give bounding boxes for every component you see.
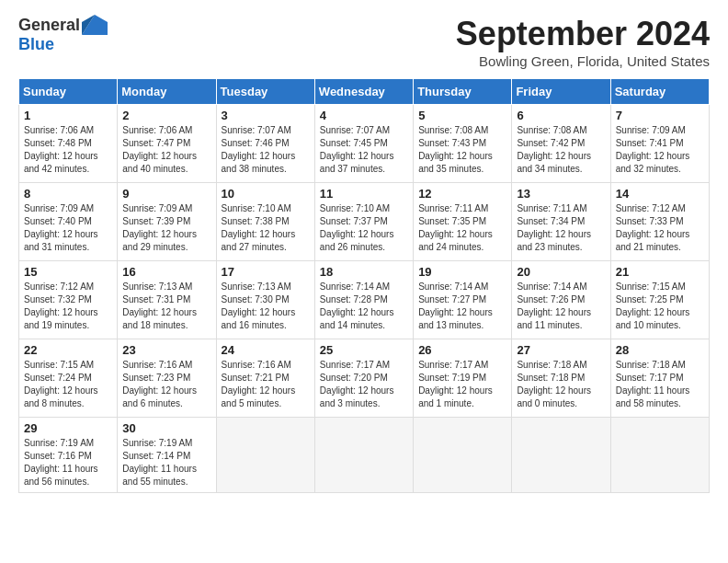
day-info: Sunrise: 7:12 AM Sunset: 7:33 PM Dayligh… (616, 202, 704, 254)
day-number: 11 (320, 187, 408, 201)
day-info: Sunrise: 7:13 AM Sunset: 7:31 PM Dayligh… (122, 281, 210, 332)
day-number: 6 (517, 109, 605, 122)
day-number: 28 (616, 343, 704, 357)
day-info: Sunrise: 7:16 AM Sunset: 7:21 PM Dayligh… (222, 359, 310, 410)
day-number: 17 (222, 265, 310, 279)
day-info: Sunrise: 7:10 AM Sunset: 7:37 PM Dayligh… (320, 202, 408, 254)
day-number: 2 (122, 109, 210, 122)
calendar-header-friday: Friday (512, 79, 610, 105)
day-info: Sunrise: 7:14 AM Sunset: 7:27 PM Dayligh… (418, 281, 506, 332)
day-number: 30 (122, 421, 210, 435)
location-title: Bowling Green, Florida, United States (456, 53, 710, 69)
day-info: Sunrise: 7:17 AM Sunset: 7:19 PM Dayligh… (418, 359, 506, 410)
calendar-day-cell: 16Sunrise: 7:13 AM Sunset: 7:31 PM Dayli… (118, 261, 216, 339)
day-number: 3 (222, 109, 310, 122)
day-info: Sunrise: 7:08 AM Sunset: 7:43 PM Dayligh… (418, 124, 506, 176)
day-number: 13 (517, 187, 605, 201)
day-info: Sunrise: 7:11 AM Sunset: 7:35 PM Dayligh… (418, 202, 506, 254)
day-number: 8 (24, 187, 112, 201)
calendar-header-sunday: Sunday (19, 79, 118, 105)
calendar-day-cell (314, 418, 413, 493)
day-info: Sunrise: 7:17 AM Sunset: 7:20 PM Dayligh… (320, 359, 408, 410)
day-number: 23 (122, 343, 210, 357)
calendar-day-cell: 10Sunrise: 7:10 AM Sunset: 7:38 PM Dayli… (216, 183, 314, 261)
calendar-day-cell (216, 418, 314, 493)
day-number: 22 (24, 343, 112, 357)
day-number: 15 (24, 265, 112, 279)
calendar-day-cell: 20Sunrise: 7:14 AM Sunset: 7:26 PM Dayli… (512, 261, 610, 339)
day-number: 14 (616, 187, 704, 201)
calendar-day-cell: 26Sunrise: 7:17 AM Sunset: 7:19 PM Dayli… (414, 339, 512, 418)
calendar-day-cell: 17Sunrise: 7:13 AM Sunset: 7:30 PM Dayli… (216, 261, 314, 339)
calendar-week-row: 1Sunrise: 7:06 AM Sunset: 7:48 PM Daylig… (19, 105, 710, 183)
calendar-week-row: 22Sunrise: 7:15 AM Sunset: 7:24 PM Dayli… (19, 339, 710, 418)
day-number: 27 (517, 343, 605, 357)
logo: General Blue (18, 15, 108, 54)
calendar-day-cell: 11Sunrise: 7:10 AM Sunset: 7:37 PM Dayli… (314, 183, 413, 261)
day-info: Sunrise: 7:13 AM Sunset: 7:30 PM Dayligh… (222, 281, 310, 332)
calendar-day-cell: 5Sunrise: 7:08 AM Sunset: 7:43 PM Daylig… (414, 105, 512, 183)
day-info: Sunrise: 7:15 AM Sunset: 7:24 PM Dayligh… (24, 359, 112, 410)
day-info: Sunrise: 7:06 AM Sunset: 7:47 PM Dayligh… (122, 124, 210, 176)
day-info: Sunrise: 7:19 AM Sunset: 7:14 PM Dayligh… (122, 437, 210, 488)
calendar-day-cell: 15Sunrise: 7:12 AM Sunset: 7:32 PM Dayli… (19, 261, 118, 339)
logo-icon (82, 15, 108, 35)
calendar-day-cell: 14Sunrise: 7:12 AM Sunset: 7:33 PM Dayli… (610, 183, 709, 261)
calendar-day-cell: 21Sunrise: 7:15 AM Sunset: 7:25 PM Dayli… (610, 261, 709, 339)
month-title: September 2024 (456, 15, 710, 53)
day-info: Sunrise: 7:14 AM Sunset: 7:26 PM Dayligh… (517, 281, 605, 332)
day-number: 21 (616, 265, 704, 279)
day-number: 16 (122, 265, 210, 279)
day-number: 18 (320, 265, 408, 279)
calendar-day-cell: 18Sunrise: 7:14 AM Sunset: 7:28 PM Dayli… (314, 261, 413, 339)
day-info: Sunrise: 7:10 AM Sunset: 7:38 PM Dayligh… (222, 202, 310, 254)
calendar-day-cell: 24Sunrise: 7:16 AM Sunset: 7:21 PM Dayli… (216, 339, 314, 418)
day-info: Sunrise: 7:07 AM Sunset: 7:46 PM Dayligh… (222, 124, 310, 176)
calendar-day-cell: 3Sunrise: 7:07 AM Sunset: 7:46 PM Daylig… (216, 105, 314, 183)
page-header: General Blue September 2024 Bowling Gree… (18, 15, 710, 69)
calendar-week-row: 8Sunrise: 7:09 AM Sunset: 7:40 PM Daylig… (19, 183, 710, 261)
calendar-day-cell: 1Sunrise: 7:06 AM Sunset: 7:48 PM Daylig… (19, 105, 118, 183)
day-info: Sunrise: 7:14 AM Sunset: 7:28 PM Dayligh… (320, 281, 408, 332)
calendar-day-cell: 2Sunrise: 7:06 AM Sunset: 7:47 PM Daylig… (118, 105, 216, 183)
day-info: Sunrise: 7:08 AM Sunset: 7:42 PM Dayligh… (517, 124, 605, 176)
day-number: 4 (320, 109, 408, 122)
calendar-header-monday: Monday (118, 79, 216, 105)
calendar-header-tuesday: Tuesday (216, 79, 314, 105)
calendar-day-cell: 13Sunrise: 7:11 AM Sunset: 7:34 PM Dayli… (512, 183, 610, 261)
calendar-day-cell: 9Sunrise: 7:09 AM Sunset: 7:39 PM Daylig… (118, 183, 216, 261)
calendar-day-cell: 29Sunrise: 7:19 AM Sunset: 7:16 PM Dayli… (19, 418, 118, 493)
calendar-day-cell: 22Sunrise: 7:15 AM Sunset: 7:24 PM Dayli… (19, 339, 118, 418)
calendar-day-cell: 19Sunrise: 7:14 AM Sunset: 7:27 PM Dayli… (414, 261, 512, 339)
calendar-day-cell: 28Sunrise: 7:18 AM Sunset: 7:17 PM Dayli… (610, 339, 709, 418)
day-info: Sunrise: 7:12 AM Sunset: 7:32 PM Dayligh… (24, 281, 112, 332)
day-number: 5 (418, 109, 506, 122)
day-info: Sunrise: 7:07 AM Sunset: 7:45 PM Dayligh… (320, 124, 408, 176)
calendar-day-cell: 6Sunrise: 7:08 AM Sunset: 7:42 PM Daylig… (512, 105, 610, 183)
day-info: Sunrise: 7:19 AM Sunset: 7:16 PM Dayligh… (24, 437, 112, 488)
calendar-day-cell (414, 418, 512, 493)
calendar-day-cell: 7Sunrise: 7:09 AM Sunset: 7:41 PM Daylig… (610, 105, 709, 183)
title-area: September 2024 Bowling Green, Florida, U… (456, 15, 710, 69)
day-info: Sunrise: 7:09 AM Sunset: 7:39 PM Dayligh… (122, 202, 210, 254)
day-info: Sunrise: 7:09 AM Sunset: 7:40 PM Dayligh… (24, 202, 112, 254)
calendar-body: 1Sunrise: 7:06 AM Sunset: 7:48 PM Daylig… (19, 105, 710, 493)
day-number: 9 (122, 187, 210, 201)
day-info: Sunrise: 7:06 AM Sunset: 7:48 PM Dayligh… (24, 124, 112, 176)
calendar-header-wednesday: Wednesday (314, 79, 413, 105)
day-info: Sunrise: 7:11 AM Sunset: 7:34 PM Dayligh… (517, 202, 605, 254)
day-number: 20 (517, 265, 605, 279)
calendar-day-cell: 4Sunrise: 7:07 AM Sunset: 7:45 PM Daylig… (314, 105, 413, 183)
calendar-day-cell: 30Sunrise: 7:19 AM Sunset: 7:14 PM Dayli… (118, 418, 216, 493)
day-number: 12 (418, 187, 506, 201)
calendar-header-thursday: Thursday (414, 79, 512, 105)
day-info: Sunrise: 7:18 AM Sunset: 7:17 PM Dayligh… (616, 359, 704, 410)
day-number: 10 (222, 187, 310, 201)
day-number: 26 (418, 343, 506, 357)
day-info: Sunrise: 7:09 AM Sunset: 7:41 PM Dayligh… (616, 124, 704, 176)
day-number: 1 (24, 109, 112, 122)
calendar-day-cell (512, 418, 610, 493)
calendar-day-cell: 8Sunrise: 7:09 AM Sunset: 7:40 PM Daylig… (19, 183, 118, 261)
day-number: 19 (418, 265, 506, 279)
day-info: Sunrise: 7:18 AM Sunset: 7:18 PM Dayligh… (517, 359, 605, 410)
